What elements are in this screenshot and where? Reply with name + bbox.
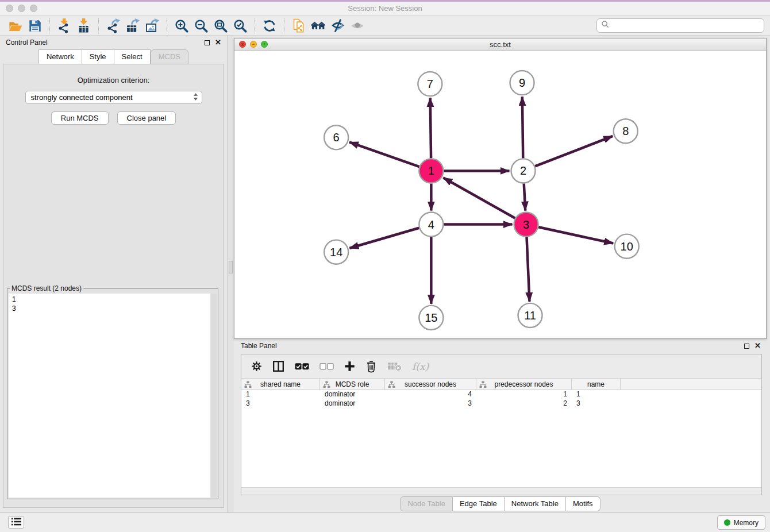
- column-header-successor-nodes[interactable]: successor nodes: [385, 379, 476, 390]
- unselect-all-columns-icon[interactable]: [319, 363, 334, 371]
- tab-style[interactable]: Style: [82, 49, 114, 64]
- mcds-result-title: MCDS result (2 nodes): [10, 284, 83, 292]
- table-cell[interactable]: 4: [385, 390, 476, 399]
- import-table-icon[interactable]: [74, 17, 94, 34]
- graph-node-15[interactable]: 15: [419, 306, 443, 330]
- result-scrollbar[interactable]: [210, 294, 217, 498]
- graph-node-3[interactable]: 3: [514, 213, 538, 237]
- table-cell[interactable]: 3: [385, 399, 476, 408]
- graph-node-8[interactable]: 8: [614, 119, 638, 143]
- network-close-button[interactable]: x: [239, 41, 246, 48]
- tab-mcds[interactable]: MCDS: [151, 49, 188, 64]
- window-close-button[interactable]: [6, 5, 13, 12]
- edge-3-10[interactable]: [538, 227, 613, 243]
- table-cell[interactable]: 1: [572, 390, 621, 399]
- table-cell[interactable]: dominator: [320, 399, 385, 408]
- graph-node-7[interactable]: 7: [418, 72, 442, 96]
- clone-network-icon[interactable]: [289, 17, 309, 34]
- search-input[interactable]: [612, 22, 760, 30]
- open-file-icon[interactable]: [6, 17, 25, 34]
- export-image-icon[interactable]: [143, 17, 162, 34]
- select-all-columns-icon[interactable]: [295, 363, 309, 371]
- close-panel-button[interactable]: Close panel: [117, 111, 176, 125]
- control-panel-float-icon[interactable]: [205, 40, 210, 45]
- table-row[interactable]: 1dominator411: [241, 390, 761, 399]
- memory-button[interactable]: Memory: [717, 515, 765, 530]
- network-maximize-button[interactable]: +: [261, 41, 268, 48]
- tab-motifs[interactable]: Motifs: [566, 496, 600, 511]
- column-header-shared-name[interactable]: shared name: [241, 379, 320, 390]
- graph-node-10[interactable]: 10: [615, 234, 639, 259]
- run-mcds-button[interactable]: Run MCDS: [51, 111, 109, 125]
- mcds-result-textarea[interactable]: 1 3: [9, 294, 217, 498]
- create-column-icon[interactable]: [344, 361, 355, 372]
- delete-column-icon[interactable]: [365, 360, 377, 373]
- table-cell[interactable]: dominator: [320, 390, 385, 399]
- show-panels-button[interactable]: [8, 516, 24, 529]
- column-header-name[interactable]: name: [572, 379, 621, 390]
- memory-label: Memory: [734, 519, 759, 527]
- graph-node-1[interactable]: 1: [419, 159, 443, 183]
- toolbar-separator: [167, 18, 167, 33]
- panel-splitter[interactable]: [227, 36, 234, 512]
- network-minimize-button[interactable]: −: [250, 41, 257, 48]
- tab-node-table[interactable]: Node Table: [400, 496, 453, 511]
- table-row[interactable]: 3dominator323: [241, 399, 761, 408]
- export-table-icon[interactable]: [123, 17, 143, 34]
- edge-1-6[interactable]: [349, 142, 419, 167]
- tab-network-table[interactable]: Network Table: [505, 496, 566, 511]
- svg-text:3: 3: [523, 218, 529, 231]
- graph-node-14[interactable]: 14: [324, 240, 348, 264]
- edge-2-3[interactable]: [524, 183, 526, 210]
- table-cell[interactable]: 1: [241, 390, 320, 399]
- graph-node-9[interactable]: 9: [510, 71, 534, 95]
- table-cell[interactable]: 2: [476, 399, 572, 408]
- table-panel-close-icon[interactable]: ✕: [754, 343, 761, 349]
- graph-node-2[interactable]: 2: [511, 159, 536, 183]
- tab-edge-table[interactable]: Edge Table: [453, 496, 505, 511]
- import-network-icon[interactable]: [55, 17, 74, 34]
- splitter-handle-icon[interactable]: [229, 261, 233, 273]
- export-network-icon[interactable]: [103, 17, 123, 34]
- search-icon: [601, 20, 610, 31]
- table-cell[interactable]: 1: [476, 390, 572, 399]
- zoom-fit-icon[interactable]: [211, 17, 230, 34]
- svg-text:4: 4: [428, 218, 434, 231]
- network-window-titlebar[interactable]: x − + scc.txt: [234, 38, 766, 51]
- table-cell[interactable]: 3: [241, 399, 320, 408]
- apply-layout-icon[interactable]: [260, 17, 279, 34]
- zoom-in-icon[interactable]: [172, 17, 191, 34]
- zoom-out-icon[interactable]: [191, 17, 211, 34]
- table-panel-float-icon[interactable]: [744, 344, 749, 349]
- column-header-predecessor-nodes[interactable]: predecessor nodes: [476, 379, 572, 390]
- table-header-row: shared nameMCDS rolesuccessor nodesprede…: [241, 378, 761, 390]
- edge-2-8[interactable]: [535, 136, 613, 166]
- tab-select[interactable]: Select: [114, 49, 151, 64]
- edge-2-9[interactable]: [522, 97, 523, 158]
- home-view-icon[interactable]: [309, 17, 328, 34]
- edge-3-11[interactable]: [527, 237, 530, 302]
- graph-node-11[interactable]: 11: [518, 303, 542, 327]
- edge-3-1[interactable]: [443, 178, 515, 218]
- table-options-icon[interactable]: [251, 361, 262, 372]
- window-maximize-button[interactable]: [30, 5, 37, 12]
- graph-node-6[interactable]: 6: [324, 125, 348, 149]
- toolbar-separator: [98, 18, 99, 33]
- show-column-panel-icon[interactable]: [272, 360, 284, 372]
- hide-details-icon[interactable]: [328, 17, 348, 34]
- optimization-select[interactable]: strongly connected component: [25, 91, 202, 104]
- search-box[interactable]: [596, 18, 764, 33]
- edge-1-7[interactable]: [430, 98, 431, 158]
- save-session-icon[interactable]: [25, 17, 45, 34]
- graph-node-4[interactable]: 4: [419, 213, 443, 237]
- table-cell[interactable]: 3: [572, 399, 621, 408]
- window-minimize-button[interactable]: [18, 5, 25, 12]
- control-panel-close-icon[interactable]: ✕: [215, 40, 221, 45]
- table-hscrollbar[interactable]: [241, 487, 761, 495]
- select-stepper-icon: [193, 92, 198, 103]
- edge-4-14[interactable]: [349, 228, 419, 248]
- network-canvas[interactable]: 7968124314101511: [234, 51, 766, 338]
- zoom-selected-icon[interactable]: [230, 17, 250, 34]
- column-header-MCDS-role[interactable]: MCDS role: [320, 379, 385, 390]
- tab-network[interactable]: Network: [38, 49, 82, 64]
